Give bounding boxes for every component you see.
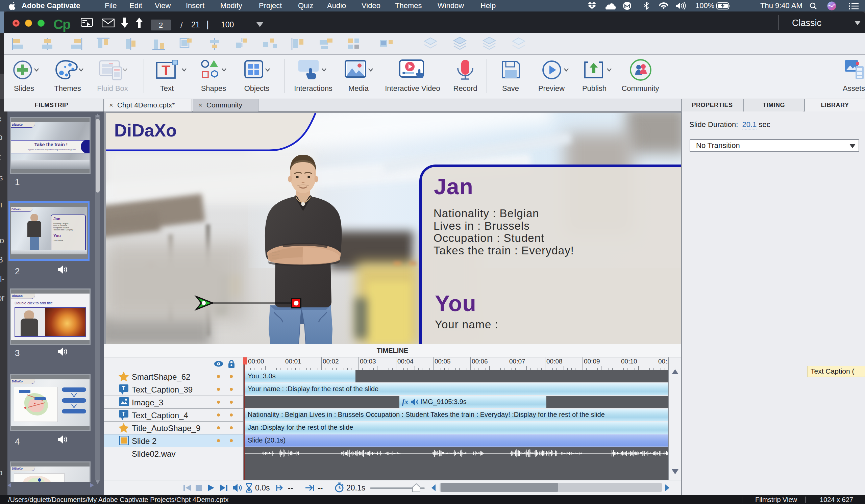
svg-text:T: T bbox=[162, 62, 170, 78]
svg-text:T: T bbox=[122, 411, 125, 417]
svg-text:T: T bbox=[122, 385, 125, 391]
